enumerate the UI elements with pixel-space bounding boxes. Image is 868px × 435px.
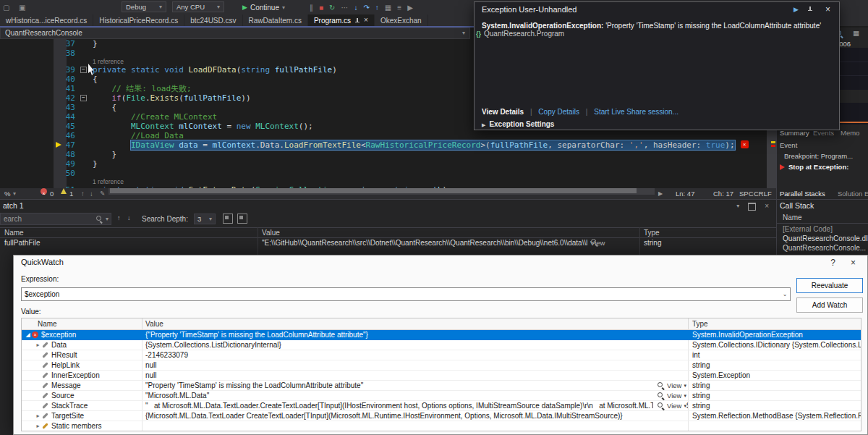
run-icon[interactable]: ▶ bbox=[407, 1, 413, 15]
column-value[interactable]: Value bbox=[142, 318, 689, 329]
warning-count-icon[interactable] bbox=[61, 188, 67, 194]
play-icon[interactable]: ▶ bbox=[793, 6, 799, 13]
step-into-icon[interactable]: ↓ bbox=[354, 1, 357, 15]
window-icon[interactable] bbox=[748, 203, 756, 211]
quickwatch-row[interactable]: InnerExceptionnullSystem.Exception bbox=[22, 371, 861, 381]
expression-input[interactable] bbox=[22, 290, 780, 298]
status-spc[interactable]: SPC bbox=[739, 188, 754, 199]
add-watch-button[interactable]: Add Watch bbox=[796, 297, 863, 313]
step-out-icon[interactable]: ↑ bbox=[375, 1, 379, 15]
view-details-link[interactable]: View Details bbox=[482, 108, 524, 116]
tab-rawdataitem-cs[interactable]: RawDataItem.cs bbox=[243, 14, 308, 26]
pause-icon[interactable]: ∥ bbox=[310, 1, 313, 15]
exception-settings-toggle[interactable]: ▶Exception Settings bbox=[482, 120, 554, 128]
watch-search-box[interactable]: ▾ bbox=[0, 213, 111, 225]
chevron-down-icon[interactable]: ▾ bbox=[684, 391, 686, 400]
feedback-icon[interactable]: ▣ bbox=[19, 1, 25, 15]
quickwatch-row[interactable]: StackTrace" at Microsoft.ML.Data.TextLoa… bbox=[22, 401, 861, 411]
search-input[interactable] bbox=[1, 215, 95, 223]
tab-solution-explorer[interactable]: Solution Ex bbox=[838, 190, 868, 198]
scrollbar-thumb[interactable] bbox=[110, 188, 637, 193]
window-position-icon[interactable]: ▾ bbox=[736, 201, 739, 211]
quickwatch-row[interactable]: ▸Static members bbox=[22, 421, 861, 431]
reset-view-icon[interactable]: ▦ bbox=[853, 29, 859, 37]
chevron-down-icon[interactable]: ⌄ bbox=[780, 291, 790, 297]
view-control[interactable]: View▾ bbox=[587, 238, 593, 249]
close-icon[interactable]: × bbox=[825, 4, 830, 15]
solution-config-dropdown[interactable]: Debug▾ bbox=[122, 1, 166, 12]
call-stack-frame[interactable]: QuantResearchConsole... bbox=[783, 244, 866, 252]
chevron-down-icon[interactable]: ▾ bbox=[13, 188, 16, 199]
quickwatch-row[interactable]: HelpLinknullstring bbox=[22, 360, 861, 371]
quickwatch-row[interactable]: HResult-2146233079int bbox=[22, 350, 861, 360]
watch-panel-title[interactable]: atch 1 bbox=[3, 201, 24, 210]
windows-icon[interactable]: ▦ bbox=[385, 1, 391, 15]
breadcrumb-project-dropdown[interactable]: QuantResearchConsole ▾ bbox=[0, 28, 470, 39]
reevaluate-button[interactable]: Reevaluate bbox=[796, 278, 863, 293]
warning-count[interactable]: 1 bbox=[69, 188, 73, 199]
call-stack-frame[interactable]: QuantResearchConsole.dll... bbox=[783, 235, 868, 242]
status-column[interactable]: Ch: 17 bbox=[713, 188, 733, 199]
pin-icon[interactable] bbox=[354, 17, 360, 24]
error-count[interactable]: 0 bbox=[50, 188, 54, 199]
search-next-icon[interactable]: ↓ bbox=[127, 214, 131, 221]
column-value[interactable]: Value bbox=[262, 228, 280, 238]
codelens-reference[interactable]: 1 reference bbox=[0, 178, 767, 185]
step-over-icon[interactable]: ↷ bbox=[363, 1, 369, 15]
restart-icon[interactable]: ↻ bbox=[329, 1, 335, 15]
quickwatch-row[interactable]: ▸TargetSite{Microsoft.ML.Data.TextLoader… bbox=[22, 411, 861, 421]
status-eol[interactable]: CRLF bbox=[754, 188, 772, 199]
error-count-icon[interactable]: × bbox=[41, 188, 47, 195]
fold-collapse-icon[interactable]: − bbox=[80, 95, 87, 101]
search-depth-dropdown[interactable]: 3 ▾ bbox=[194, 214, 216, 224]
error-icon[interactable]: × bbox=[741, 140, 749, 148]
toggle-layout-icon[interactable] bbox=[223, 214, 233, 224]
view-control[interactable]: View▾ bbox=[653, 401, 686, 410]
expand-toggle-icon[interactable]: ▸ bbox=[34, 411, 42, 421]
call-stack-frame[interactable]: [External Code] bbox=[783, 225, 833, 233]
tab-parallel-stacks[interactable]: Parallel Stacks bbox=[780, 190, 825, 198]
horizontal-scrollbar[interactable] bbox=[109, 188, 655, 195]
breadcrumb-symbol[interactable]: {} QuantResearch.Program bbox=[476, 28, 564, 39]
menu-icon[interactable]: ≡ bbox=[397, 1, 401, 15]
close-icon[interactable]: × bbox=[364, 17, 368, 24]
expand-toggle-icon[interactable]: ▸ bbox=[34, 340, 42, 350]
call-stack-title[interactable]: Call Stack bbox=[780, 201, 814, 210]
expand-toggle-icon[interactable]: ◢ bbox=[24, 330, 32, 339]
chevron-down-icon[interactable]: ▾ bbox=[684, 401, 686, 410]
chevron-down-icon[interactable]: ▾ bbox=[684, 381, 686, 390]
pin-icon[interactable] bbox=[807, 6, 813, 12]
search-prev-icon[interactable]: ↑ bbox=[117, 214, 121, 221]
zoom-control[interactable]: % bbox=[4, 188, 10, 199]
copy-details-link[interactable]: Copy Details bbox=[538, 108, 579, 116]
show-next-statement-icon[interactable]: ⋯ bbox=[341, 1, 348, 15]
expression-combobox[interactable]: ⌄ bbox=[21, 287, 791, 301]
live-share-link[interactable]: Start Live Share session... bbox=[594, 108, 678, 116]
watch-row[interactable]: fullPathFile "E:\\GitHub\\QuantResearch\… bbox=[0, 238, 776, 249]
tab-memory[interactable]: Memo bbox=[841, 129, 859, 137]
tab-okexexchan[interactable]: OkexExchan bbox=[375, 14, 428, 26]
quickwatch-row[interactable]: ◢×$exception{"Property 'TimeStamp' is mi… bbox=[22, 330, 861, 340]
expand-toggle-icon[interactable]: ▸ bbox=[34, 421, 42, 431]
close-icon[interactable]: × bbox=[765, 201, 769, 211]
status-line[interactable]: Ln: 47 bbox=[676, 188, 694, 199]
prev-issue-icon[interactable]: ↑ bbox=[81, 188, 85, 199]
help-icon[interactable]: ? bbox=[830, 257, 835, 269]
chevron-down-icon[interactable]: ▾ bbox=[106, 216, 109, 222]
tab-historicalpricerecord-cs[interactable]: HistoricalPriceRecord.cs bbox=[93, 14, 184, 26]
column-type[interactable]: Type bbox=[689, 318, 861, 329]
stop-event-row[interactable]: Stop at Exception: bbox=[788, 163, 848, 171]
scroll-right-icon[interactable]: ▶ bbox=[658, 188, 663, 199]
close-icon[interactable]: × bbox=[851, 257, 856, 269]
fold-collapse-icon[interactable]: − bbox=[80, 67, 87, 73]
quickwatch-row[interactable]: ▸Data{System.Collections.ListDictionaryI… bbox=[22, 340, 861, 350]
breakpoint-event-row[interactable]: Breakpoint: Program... bbox=[784, 152, 853, 160]
platform-dropdown[interactable]: Any CPU▾ bbox=[172, 1, 224, 12]
tab-btc24usd-csv[interactable]: btc24USD.csv bbox=[184, 14, 242, 26]
column-name[interactable]: Name bbox=[783, 214, 802, 221]
tab-whistorica-icerecord-cs[interactable]: wHistorica...iceRecord.cs bbox=[0, 14, 93, 26]
view-control[interactable]: View▾ bbox=[653, 381, 686, 390]
column-name[interactable]: Name bbox=[4, 228, 24, 238]
next-issue-icon[interactable]: ↓ bbox=[90, 188, 93, 199]
column-name[interactable]: Name bbox=[22, 318, 142, 329]
